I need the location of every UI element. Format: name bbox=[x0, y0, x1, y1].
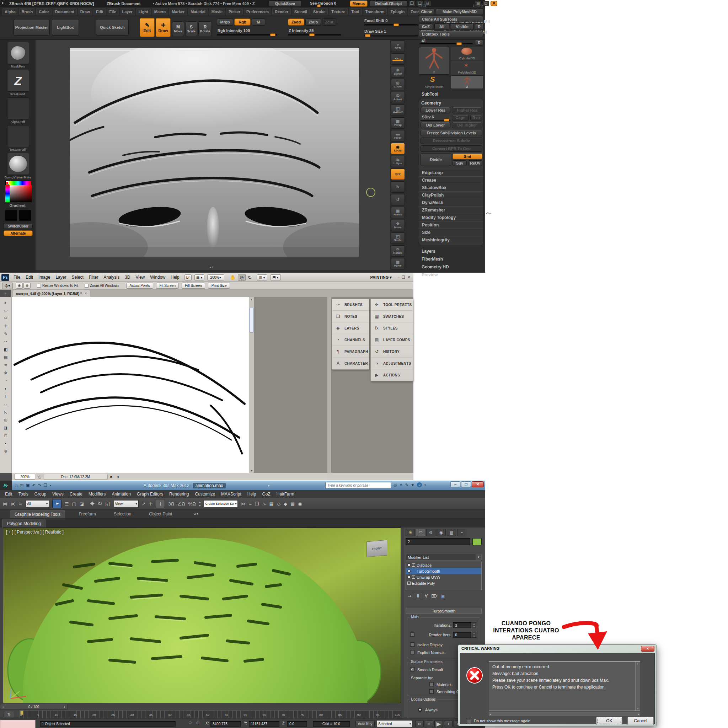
tool-button[interactable]: ✛ bbox=[0, 322, 11, 330]
error-message-box[interactable]: Out-of-memory error occurred.Message: ba… bbox=[489, 661, 640, 711]
checkbox[interactable] bbox=[85, 284, 89, 288]
shelf-button[interactable]: ↻Rotate bbox=[391, 245, 405, 257]
named-selection-set-dropdown[interactable]: Create Selection Se▾ bbox=[204, 500, 238, 507]
focal-shift-knob[interactable] bbox=[393, 23, 399, 26]
hand-tool-icon[interactable]: ✋ bbox=[230, 275, 236, 280]
menu-item[interactable]: Layer bbox=[120, 8, 135, 15]
minimize-icon[interactable]: – bbox=[450, 481, 460, 487]
modifier-list-dropdown[interactable]: Modifier List ▼ bbox=[405, 554, 482, 561]
menu-item[interactable]: Help bbox=[248, 492, 256, 497]
close-icon[interactable]: ✕ bbox=[472, 481, 484, 487]
menu-item[interactable]: Tool bbox=[349, 8, 361, 15]
pin-stack-icon[interactable]: ⊸ bbox=[408, 593, 411, 599]
zoom-tool-icon[interactable]: ◎ bbox=[238, 274, 246, 281]
zbrush-document-render[interactable] bbox=[70, 48, 359, 257]
front-color-swatch[interactable] bbox=[5, 210, 17, 221]
help-dropdown-icon[interactable]: ▾ bbox=[424, 483, 426, 486]
dialog-hscroll[interactable]: ◀▶ bbox=[489, 712, 640, 716]
z-intensity-knob[interactable] bbox=[309, 34, 315, 36]
scroll-down-arrow[interactable]: ▼ bbox=[249, 468, 254, 473]
dock-icon[interactable]: ❐ bbox=[409, 1, 415, 6]
scroll-up-arrow[interactable]: ▲ bbox=[249, 297, 254, 301]
panel-tab[interactable]: ¶PARAGRAPH bbox=[332, 346, 369, 358]
lower-res-button[interactable]: Lower Res bbox=[421, 107, 450, 113]
sdiv-slider[interactable] bbox=[421, 120, 450, 121]
search-icon[interactable]: ◎ bbox=[393, 483, 397, 487]
stack-item-editable-poly[interactable]: +Editable Poly bbox=[406, 580, 481, 586]
x-coordinate-field[interactable]: 3400.775 bbox=[210, 721, 241, 726]
rotate-button[interactable]: RRotate bbox=[198, 21, 212, 36]
dont-show-checkbox[interactable] bbox=[467, 719, 471, 723]
ok-button[interactable]: OK bbox=[596, 717, 622, 725]
project-icon[interactable]: ❒ bbox=[44, 483, 47, 488]
menu-item[interactable]: Draw bbox=[78, 8, 92, 15]
create-tab-icon[interactable]: ✳ bbox=[405, 529, 415, 536]
turbosmooth-rollout-header[interactable]: TurboSmooth bbox=[405, 608, 482, 614]
projection-master-button[interactable]: Projection Master bbox=[14, 19, 50, 35]
tool-r-button[interactable]: R bbox=[475, 40, 483, 46]
time-slider-handle[interactable] bbox=[20, 711, 23, 715]
motion-tab-icon[interactable]: ◉ bbox=[436, 529, 446, 536]
divide-button[interactable]: Divide bbox=[421, 153, 451, 166]
switchcolor-button[interactable]: SwitchColor bbox=[3, 223, 33, 229]
menu-item[interactable]: Stroke bbox=[310, 8, 328, 15]
menu-item[interactable]: Preferences bbox=[244, 8, 271, 15]
zadd-button[interactable]: Zadd bbox=[288, 18, 304, 26]
panel-tab[interactable]: ◈LAYERS bbox=[332, 323, 369, 334]
dropdown-icon[interactable]: ▾ bbox=[50, 484, 51, 487]
scroll-up-arrow[interactable]: ▲ bbox=[636, 662, 640, 666]
back-color-swatch[interactable] bbox=[19, 210, 31, 221]
panel-tab[interactable]: ACHARACTER bbox=[332, 358, 369, 369]
subsection-header[interactable]: EdgeLoop bbox=[419, 169, 483, 176]
shelf-button[interactable]: XYZ bbox=[391, 168, 405, 180]
shelf-button[interactable]: ✥Scroll bbox=[391, 66, 405, 78]
goz-visible-button[interactable]: Visible bbox=[451, 23, 474, 30]
max-logo[interactable]: Ƃ▾ bbox=[0, 480, 12, 490]
menu-item[interactable]: Help bbox=[171, 275, 179, 280]
rgb-intensity-slider[interactable] bbox=[217, 34, 277, 36]
tool-button[interactable]: ◐ bbox=[0, 385, 11, 392]
tool-button[interactable]: ▪ bbox=[0, 439, 11, 447]
move-button[interactable]: MMove bbox=[172, 21, 184, 36]
make-polymesh3d-button[interactable]: Make PolyMesh3D bbox=[436, 9, 483, 15]
quick-sketch-button[interactable]: Quick Sketch bbox=[96, 19, 128, 35]
subsection-header[interactable]: Size bbox=[419, 229, 483, 236]
select-manipulate-button[interactable]: ↑ bbox=[156, 499, 165, 508]
menu-item[interactable]: Layer bbox=[55, 275, 66, 280]
ribbon-tab[interactable]: Selection bbox=[110, 511, 135, 518]
use-pivot-icon[interactable]: ↗ bbox=[142, 501, 146, 506]
time-slider-readout[interactable]: ‹ 0 / 100 › bbox=[0, 704, 67, 710]
panel-tab[interactable]: ❏NOTES bbox=[332, 310, 369, 323]
suv-button[interactable]: Suv bbox=[453, 160, 467, 166]
front-plane-object[interactable]: FRONT bbox=[367, 540, 387, 557]
open-icon[interactable]: ◳ bbox=[20, 483, 23, 488]
focal-shift-slider[interactable] bbox=[364, 24, 418, 26]
tool-button[interactable]: ≋ bbox=[0, 361, 11, 369]
tool-button[interactable]: ✥ bbox=[0, 369, 11, 377]
menu-item[interactable]: Alpha bbox=[2, 8, 18, 15]
restore-icon[interactable]: ❒ bbox=[476, 4, 479, 8]
photoshop-logo[interactable]: Ps bbox=[2, 274, 9, 281]
collapse-icon[interactable]: ⇓ bbox=[473, 4, 475, 8]
window-crossing-icon[interactable]: ◪ bbox=[80, 501, 84, 506]
maxscript-mini-listener[interactable] bbox=[0, 720, 35, 728]
communication-icon[interactable]: ✎ bbox=[405, 483, 408, 487]
menu-item[interactable]: Animation bbox=[112, 492, 131, 497]
tool-button[interactable]: T bbox=[0, 392, 11, 400]
texture-thumbnail[interactable] bbox=[7, 125, 29, 147]
m-button[interactable]: M bbox=[252, 18, 265, 26]
rotate-view-icon[interactable]: ↻ bbox=[248, 275, 252, 280]
shelf-button[interactable]: ↺ bbox=[391, 194, 405, 205]
goz-button[interactable]: GoZ bbox=[419, 23, 433, 30]
object-color-swatch[interactable] bbox=[473, 538, 482, 545]
active-tool-thumbnail[interactable]: 2 bbox=[419, 47, 449, 75]
maximize-icon[interactable]: ⊡ bbox=[483, 1, 489, 6]
dialog-vscroll[interactable]: ▲ ▼ bbox=[635, 662, 640, 711]
material-thumbnail[interactable] bbox=[7, 153, 29, 175]
menu-item[interactable]: Brush bbox=[19, 8, 35, 15]
reconstruct-subdiv-button[interactable]: Reconstruct Subdiv bbox=[421, 138, 482, 144]
menu-item[interactable]: Zplugin bbox=[388, 8, 407, 15]
palette-header[interactable]: FiberMesh bbox=[419, 257, 483, 262]
subtool-section-header[interactable]: SubTool bbox=[422, 92, 438, 97]
save-icon[interactable]: ▣ bbox=[26, 483, 29, 488]
